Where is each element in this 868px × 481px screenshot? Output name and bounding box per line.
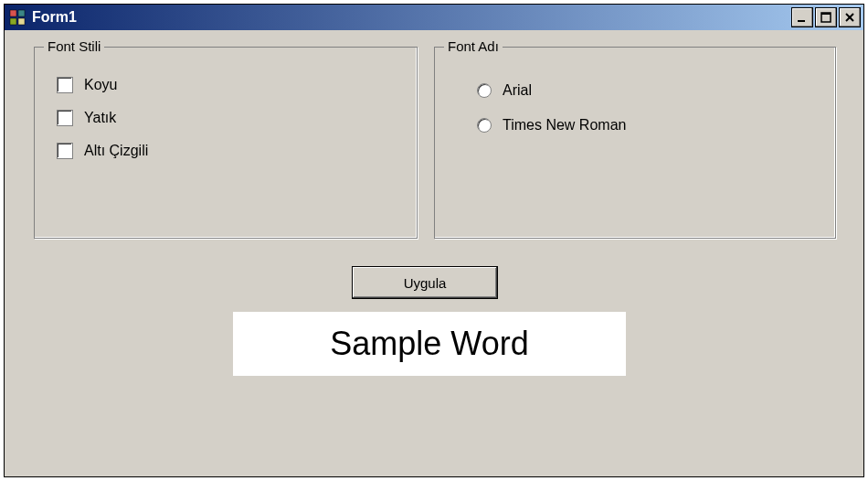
svg-rect-3 [18,18,25,25]
close-button[interactable] [839,7,861,27]
font-style-group: Font Stili Koyu Yatık Altı Çizgili [34,47,418,239]
minimize-button[interactable] [791,7,813,27]
maximize-button[interactable] [815,7,837,27]
svg-rect-1 [18,10,25,16]
radio-arial-label: Arial [503,82,532,99]
apply-button[interactable]: Uygula [352,266,498,299]
radio-arial[interactable] [477,83,492,98]
checkbox-bold[interactable] [57,77,73,93]
font-name-legend: Font Adı [444,38,503,54]
app-icon [8,8,26,27]
font-name-group: Font Adı Arial Times New Roman [434,47,836,239]
svg-rect-6 [821,13,831,15]
radio-times[interactable] [477,118,492,133]
svg-rect-4 [798,20,805,22]
checkbox-underline-label: Altı Çizgili [84,143,148,159]
font-style-legend: Font Stili [44,38,104,54]
window: Form1 Font Stili Koyu Yatık [4,4,864,477]
sample-text-box: Sample Word [233,312,626,376]
checkbox-row-bold: Koyu [57,77,402,93]
checkbox-underline[interactable] [57,143,73,159]
checkbox-italic-label: Yatık [84,110,116,126]
checkbox-row-italic: Yatık [57,110,402,126]
radio-times-label: Times New Roman [503,117,626,134]
checkbox-row-underline: Altı Çizgili [57,143,402,159]
sample-text: Sample Word [330,325,528,363]
apply-button-label: Uygula [404,275,447,291]
checkbox-italic[interactable] [57,110,73,126]
svg-rect-2 [10,18,16,25]
client-area: Font Stili Koyu Yatık Altı Çizgili Font … [5,30,863,476]
checkbox-bold-label: Koyu [84,77,117,93]
radio-row-times: Times New Roman [477,117,820,134]
titlebar: Form1 [5,5,863,30]
svg-rect-0 [10,10,16,16]
window-title: Form1 [32,9,791,26]
radio-row-arial: Arial [477,82,820,99]
window-controls [791,7,861,27]
